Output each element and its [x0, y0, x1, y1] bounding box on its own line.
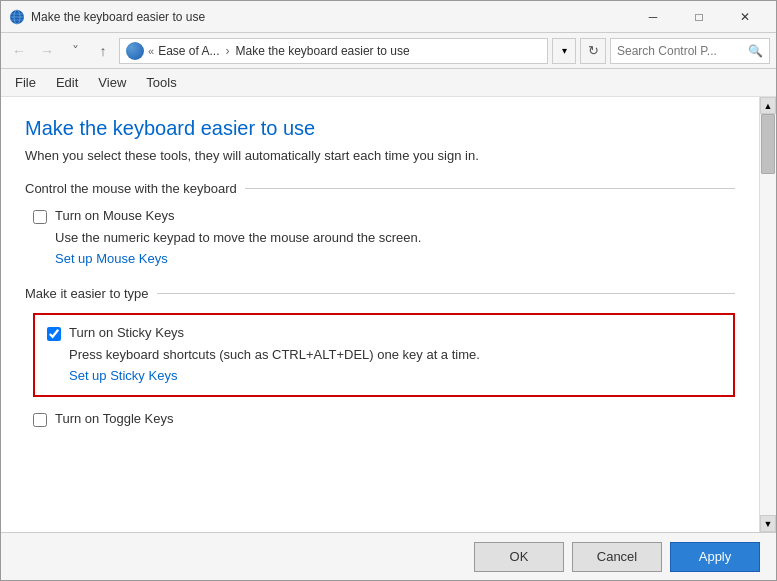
refresh-button[interactable]: ↻ [580, 38, 606, 64]
scroll-down-arrow[interactable]: ▼ [760, 515, 776, 532]
page-title: Make the keyboard easier to use [25, 117, 735, 140]
address-dropdown[interactable]: ▾ [552, 38, 576, 64]
section2-line [157, 293, 735, 294]
sticky-keys-section: Turn on Sticky Keys Press keyboard short… [33, 313, 735, 397]
menu-tools[interactable]: Tools [136, 71, 186, 94]
toggle-keys-checkbox[interactable] [33, 413, 47, 427]
forward-button[interactable]: → [35, 39, 59, 63]
scroll-track[interactable] [760, 114, 776, 515]
main-window: Make the keyboard easier to use ─ □ ✕ ← … [0, 0, 777, 581]
scrollbar: ▲ ▼ [759, 97, 776, 532]
toggle-keys-label[interactable]: Turn on Toggle Keys [55, 411, 174, 426]
sticky-keys-row: Turn on Sticky Keys [47, 325, 721, 341]
maximize-button[interactable]: □ [676, 1, 722, 33]
window-icon [9, 9, 25, 25]
scroll-thumb[interactable] [761, 114, 775, 174]
back-button[interactable]: ← [7, 39, 31, 63]
sticky-keys-description: Press keyboard shortcuts (such as CTRL+A… [69, 347, 721, 362]
page-subtitle: When you select these tools, they will a… [25, 148, 735, 163]
mouse-keys-label[interactable]: Turn on Mouse Keys [55, 208, 174, 223]
content-scroll: Make the keyboard easier to use When you… [1, 97, 759, 532]
breadcrumb2: Make the keyboard easier to use [236, 44, 410, 58]
scroll-up-arrow[interactable]: ▲ [760, 97, 776, 114]
section1-header: Control the mouse with the keyboard [25, 181, 735, 196]
section2-label: Make it easier to type [25, 286, 149, 301]
content-area: Make the keyboard easier to use When you… [1, 97, 776, 532]
bottom-bar: OK Cancel Apply [1, 532, 776, 580]
menu-bar: File Edit View Tools [1, 69, 776, 97]
window-controls: ─ □ ✕ [630, 1, 768, 33]
path-prefix: « [148, 45, 154, 57]
globe-icon [126, 42, 144, 60]
sticky-keys-label[interactable]: Turn on Sticky Keys [69, 325, 184, 340]
address-bar: ← → ˅ ↑ « Ease of A... › Make the keyboa… [1, 33, 776, 69]
breadcrumb1: Ease of A... [158, 44, 219, 58]
close-button[interactable]: ✕ [722, 1, 768, 33]
search-box[interactable]: 🔍 [610, 38, 770, 64]
mouse-keys-row: Turn on Mouse Keys [33, 208, 735, 224]
expand-button[interactable]: ˅ [63, 39, 87, 63]
mouse-keys-checkbox[interactable] [33, 210, 47, 224]
ok-button[interactable]: OK [474, 542, 564, 572]
menu-file[interactable]: File [5, 71, 46, 94]
address-path[interactable]: « Ease of A... › Make the keyboard easie… [119, 38, 548, 64]
mouse-keys-link[interactable]: Set up Mouse Keys [55, 251, 168, 266]
search-icon[interactable]: 🔍 [748, 44, 763, 58]
up-button[interactable]: ↑ [91, 39, 115, 63]
menu-view[interactable]: View [88, 71, 136, 94]
search-input[interactable] [617, 44, 744, 58]
separator1: › [226, 44, 230, 58]
window-title: Make the keyboard easier to use [31, 10, 630, 24]
cancel-button[interactable]: Cancel [572, 542, 662, 572]
sticky-keys-checkbox[interactable] [47, 327, 61, 341]
apply-button[interactable]: Apply [670, 542, 760, 572]
menu-edit[interactable]: Edit [46, 71, 88, 94]
minimize-button[interactable]: ─ [630, 1, 676, 33]
mouse-keys-description: Use the numeric keypad to move the mouse… [55, 230, 735, 245]
sticky-keys-link[interactable]: Set up Sticky Keys [69, 368, 177, 383]
section2-header: Make it easier to type [25, 286, 735, 301]
section1-line [245, 188, 735, 189]
toggle-keys-row: Turn on Toggle Keys [33, 411, 735, 427]
section1-label: Control the mouse with the keyboard [25, 181, 237, 196]
title-bar: Make the keyboard easier to use ─ □ ✕ [1, 1, 776, 33]
